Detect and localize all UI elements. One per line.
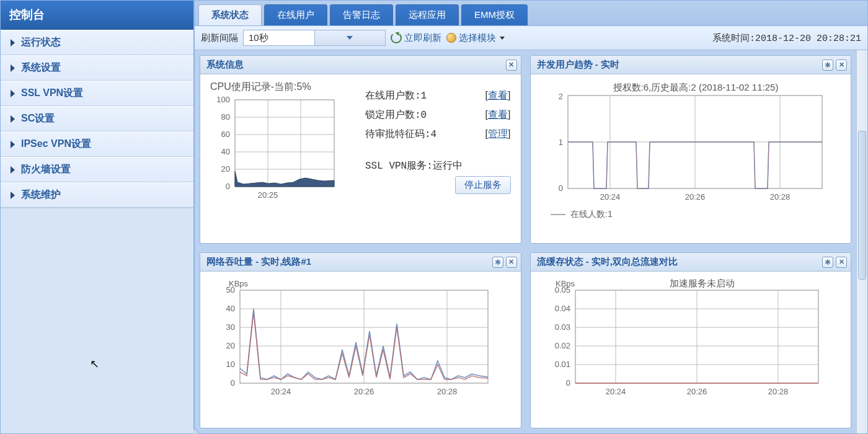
panel-title: 网络吞吐量 - 实时,线路#1: [206, 256, 490, 268]
svg-text:40: 40: [226, 304, 235, 313]
svg-text:20:25: 20:25: [258, 190, 278, 200]
chart-legend: 在线人数:1: [570, 209, 613, 219]
sidebar-body: ↖: [1, 208, 193, 433]
nav-label: 运行状态: [21, 36, 61, 49]
panel-concurrent: 并发用户趋势 - 实时 授权数:6,历史最高:2 (2018-11-02 11:…: [530, 55, 852, 244]
chart-subtitle: 授权数:6,历史最高:2 (2018-11-02 11:25): [613, 82, 778, 92]
scrollbar[interactable]: [856, 50, 867, 433]
throughput-chart: KBps: [210, 278, 511, 408]
nav-item-sslvpn[interactable]: SSL VPN设置: [1, 81, 193, 106]
svg-text:30: 30: [226, 322, 235, 332]
refresh-interval-label: 刷新间隔: [201, 32, 238, 44]
gear-icon[interactable]: [822, 60, 833, 71]
refresh-icon: [391, 32, 402, 43]
online-users-view-link[interactable]: 查看: [488, 90, 508, 100]
svg-text:20: 20: [221, 164, 230, 174]
close-icon[interactable]: [836, 257, 847, 268]
svg-text:0.04: 0.04: [554, 304, 570, 313]
select-module-label: 选择模块: [459, 32, 496, 44]
chevron-right-icon: [11, 141, 15, 148]
refresh-interval-value: 10秒: [244, 32, 314, 44]
chevron-right-icon: [11, 64, 15, 72]
cursor-icon: ↖: [90, 357, 99, 371]
nav-item-sysmaint[interactable]: 系统维护: [1, 182, 193, 208]
svg-text:50: 50: [226, 285, 235, 294]
panel-sysinfo: 系统信息 CPU使用记录-当前:5%: [200, 55, 521, 244]
close-icon[interactable]: [506, 60, 517, 71]
system-time: 系统时间:2018-12-20 20:28:21: [712, 32, 861, 44]
cpu-chart-title: CPU使用记录-当前:5%: [210, 81, 353, 94]
svg-text:20:28: 20:28: [437, 387, 458, 396]
svg-text:0: 0: [226, 182, 230, 191]
gear-icon[interactable]: [492, 257, 503, 268]
nav-label: SSL VPN设置: [21, 87, 83, 100]
stop-service-button[interactable]: 停止服务: [455, 176, 511, 194]
svg-text:20: 20: [226, 341, 235, 350]
svg-text:10: 10: [226, 360, 235, 369]
tab-emm-license[interactable]: EMM授权: [461, 4, 528, 25]
chevron-down-icon: [500, 37, 505, 40]
select-module-button[interactable]: 选择模块: [446, 32, 505, 44]
panel-cache: 流缓存状态 - 实时,双向总流速对比 KBps 加速服务未启动: [530, 252, 852, 428]
svg-text:40: 40: [221, 147, 230, 156]
svg-text:20:28: 20:28: [769, 192, 790, 202]
svg-text:20:26: 20:26: [684, 192, 705, 202]
svg-text:0.03: 0.03: [554, 322, 570, 332]
svg-text:0: 0: [558, 184, 562, 193]
nav-item-firewall[interactable]: 防火墙设置: [1, 157, 193, 182]
concurrent-chart: 授权数:6,历史最高:2 (2018-11-02 11:25): [541, 81, 841, 223]
svg-text:100: 100: [216, 96, 230, 104]
svg-text:0: 0: [565, 378, 570, 388]
tabbar: 系统状态 在线用户 告警日志 远程应用 EMM授权: [195, 1, 867, 26]
locked-users-view-link[interactable]: 查看: [488, 109, 508, 120]
chevron-down-icon[interactable]: [314, 30, 386, 45]
service-status-label: SSL VPN服务:运行中: [365, 161, 463, 172]
nav-label: 防火墙设置: [21, 163, 71, 176]
svg-text:1: 1: [558, 138, 562, 147]
globe-icon: [446, 33, 456, 43]
svg-rect-0: [235, 100, 334, 187]
panel-title: 流缓存状态 - 实时,双向总流速对比: [537, 256, 820, 268]
svg-text:20:24: 20:24: [605, 387, 626, 396]
pending-codes-manage-link[interactable]: 管理: [488, 128, 508, 139]
svg-text:20:26: 20:26: [686, 387, 707, 396]
svg-text:20:26: 20:26: [354, 387, 374, 396]
nav-label: IPSec VPN设置: [21, 138, 91, 151]
close-icon[interactable]: [506, 257, 517, 268]
nav-label: 系统设置: [21, 61, 61, 74]
chevron-right-icon: [11, 39, 15, 46]
nav-label: SC设置: [21, 112, 55, 125]
close-icon[interactable]: [836, 60, 847, 71]
svg-text:20:24: 20:24: [271, 387, 291, 396]
nav-item-syssettings[interactable]: 系统设置: [1, 55, 193, 81]
sidebar-title: 控制台: [1, 1, 193, 30]
dashboard: 系统信息 CPU使用记录-当前:5%: [195, 50, 867, 433]
chevron-right-icon: [11, 115, 15, 123]
nav-item-sc[interactable]: SC设置: [1, 106, 193, 131]
tab-online-users[interactable]: 在线用户: [264, 4, 327, 25]
panel-title: 并发用户趋势 - 实时: [537, 59, 820, 71]
panel-title: 系统信息: [206, 59, 503, 71]
cpu-chart: 100 80 60 40 20 0 20:25: [210, 96, 353, 202]
svg-text:0.05: 0.05: [554, 285, 570, 294]
scrollbar-thumb[interactable]: [858, 131, 866, 280]
nav-item-runstatus[interactable]: 运行状态: [1, 30, 193, 55]
svg-text:80: 80: [221, 112, 230, 122]
svg-text:20:28: 20:28: [768, 387, 788, 396]
tab-remote-app[interactable]: 远程应用: [396, 4, 459, 25]
refresh-now-button[interactable]: 立即刷新: [391, 32, 441, 44]
online-users-label: 在线用户数:1: [365, 89, 427, 102]
svg-text:2: 2: [558, 92, 562, 101]
sidebar: 控制台 运行状态 系统设置 SSL VPN设置 SC设置 IPSec VPN设置…: [1, 1, 194, 433]
locked-users-label: 锁定用户数:0: [365, 108, 427, 122]
svg-text:0: 0: [231, 378, 235, 388]
panel-throughput: 网络吞吐量 - 实时,线路#1 KBps: [200, 252, 521, 428]
nav-item-ipsec[interactable]: IPSec VPN设置: [1, 131, 193, 157]
svg-text:0.02: 0.02: [554, 341, 570, 350]
gear-icon[interactable]: [822, 257, 833, 268]
pending-codes-label: 待审批特征码:4: [365, 128, 436, 141]
chevron-right-icon: [11, 90, 15, 97]
refresh-interval-select[interactable]: 10秒: [243, 30, 386, 46]
tab-alert-log[interactable]: 告警日志: [330, 4, 393, 25]
tab-system-status[interactable]: 系统状态: [198, 4, 262, 25]
